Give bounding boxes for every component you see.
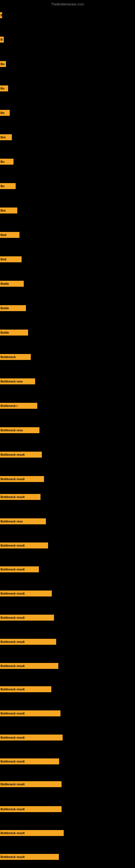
bar-item: Bot bbox=[0, 134, 12, 140]
bar-item: Bottle bbox=[0, 330, 28, 336]
bar-item: Bottleneck bbox=[0, 354, 31, 360]
bar-item: Bott bbox=[0, 232, 19, 238]
bar-item: Bottleneck result bbox=[0, 735, 63, 741]
bar-item: Bottleneck result bbox=[0, 566, 39, 572]
bar-item: Bottleneck result bbox=[0, 758, 59, 764]
bar-item: Bo bbox=[0, 110, 10, 116]
bar-item: Bottleneck result bbox=[0, 590, 52, 596]
bar-item: Bottleneck result bbox=[0, 686, 51, 692]
bar-item: Bot bbox=[0, 208, 17, 214]
bar-item: Bottleneck resu bbox=[0, 378, 35, 384]
bar-item: Bottleneck result bbox=[0, 663, 58, 669]
bar-item: Bo bbox=[0, 159, 13, 165]
bar-item: Bottleneck result bbox=[0, 476, 44, 482]
bar-item: Bottleneck result bbox=[0, 452, 42, 458]
bar-item: Bottleneck resu bbox=[0, 427, 39, 433]
bar-item: Bottleneck result bbox=[0, 542, 48, 549]
bar-item: Bo bbox=[0, 61, 6, 67]
bar-item: Bottleneck resu bbox=[0, 518, 46, 524]
bar-item: Bottle bbox=[0, 305, 26, 311]
bar-item: Bottleneck result bbox=[0, 494, 41, 500]
bar-item: Bottleneck result bbox=[0, 615, 54, 621]
bar-item: B bbox=[0, 37, 4, 42]
bar-item: Bottleneck result bbox=[0, 781, 61, 787]
bar-item: Bottleneck result bbox=[0, 710, 60, 716]
site-title: TheBottlenecker.com bbox=[51, 2, 84, 6]
bar-item: Bottleneck result bbox=[0, 639, 56, 645]
bar-item: Bo bbox=[0, 86, 8, 91]
bar-item: Bo bbox=[0, 183, 16, 189]
bar-item: B bbox=[0, 12, 2, 18]
bar-item: Bottleneck r bbox=[0, 403, 37, 409]
bar-item: Bottleneck result bbox=[0, 854, 59, 860]
bar-item: Bottleneck result bbox=[0, 830, 64, 836]
bar-item: Bottleneck result bbox=[0, 806, 61, 812]
bar-item: Bott bbox=[0, 256, 21, 262]
bar-item: Bottle bbox=[0, 281, 24, 287]
